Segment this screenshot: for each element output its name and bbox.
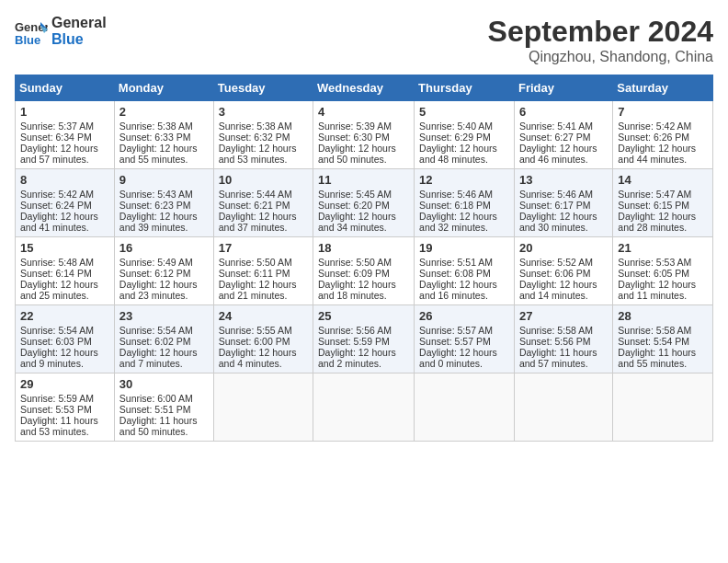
day-number: 12 — [419, 173, 509, 187]
daylight-hours: Daylight: 12 hours — [419, 347, 497, 358]
sunset-text: Sunset: 5:54 PM — [618, 336, 689, 347]
sunrise-text: Sunrise: 5:59 AM — [20, 393, 94, 404]
day-number: 30 — [119, 377, 209, 391]
calendar-header-row: Sunday Monday Tuesday Wednesday Thursday… — [16, 75, 713, 101]
day-number: 28 — [618, 309, 708, 323]
daylight-minutes: and 11 minutes. — [618, 290, 687, 301]
daylight-minutes: and 25 minutes. — [20, 290, 89, 301]
table-row: 14 Sunrise: 5:47 AM Sunset: 6:15 PM Dayl… — [613, 169, 713, 237]
daylight-hours: Daylight: 12 hours — [119, 279, 198, 290]
sunset-text: Sunset: 6:23 PM — [119, 200, 191, 211]
daylight-minutes: and 41 minutes. — [20, 222, 89, 233]
table-row: 16 Sunrise: 5:49 AM Sunset: 6:12 PM Dayl… — [114, 237, 213, 305]
daylight-minutes: and 9 minutes. — [20, 358, 84, 369]
sunrise-text: Sunrise: 5:50 AM — [318, 257, 392, 268]
daylight-hours: Daylight: 12 hours — [618, 143, 696, 154]
sunset-text: Sunset: 6:27 PM — [519, 132, 591, 143]
daylight-minutes: and 50 minutes. — [318, 154, 387, 165]
sunset-text: Sunset: 6:30 PM — [318, 132, 390, 143]
sunset-text: Sunset: 6:05 PM — [618, 268, 689, 279]
daylight-hours: Daylight: 12 hours — [519, 143, 597, 154]
table-row — [613, 373, 713, 442]
sunrise-text: Sunrise: 5:39 AM — [318, 121, 392, 132]
logo-text-blue: Blue — [51, 31, 107, 48]
sunset-text: Sunset: 6:32 PM — [219, 132, 290, 143]
sunrise-text: Sunrise: 5:49 AM — [119, 257, 193, 268]
sunrise-text: Sunrise: 5:44 AM — [219, 189, 292, 200]
daylight-minutes: and 57 minutes. — [519, 358, 588, 369]
daylight-minutes: and 32 minutes. — [419, 222, 488, 233]
day-number: 14 — [618, 173, 708, 187]
sunrise-text: Sunrise: 6:00 AM — [119, 393, 193, 404]
table-row: 19 Sunrise: 5:51 AM Sunset: 6:08 PM Dayl… — [415, 237, 515, 305]
sunset-text: Sunset: 6:34 PM — [20, 132, 92, 143]
sunset-text: Sunset: 5:53 PM — [20, 404, 92, 415]
table-row — [313, 373, 415, 442]
sunrise-text: Sunrise: 5:53 AM — [618, 257, 691, 268]
day-number: 19 — [419, 241, 509, 255]
day-number: 10 — [219, 173, 308, 187]
daylight-minutes: and 48 minutes. — [419, 154, 488, 165]
page-header: General Blue General Blue September 2024… — [15, 15, 713, 65]
table-row: 4 Sunrise: 5:39 AM Sunset: 6:30 PM Dayli… — [313, 101, 415, 169]
sunset-text: Sunset: 6:24 PM — [20, 200, 92, 211]
sunrise-text: Sunrise: 5:45 AM — [318, 189, 392, 200]
svg-text:Blue: Blue — [15, 33, 40, 47]
day-number: 26 — [419, 309, 509, 323]
table-row: 6 Sunrise: 5:41 AM Sunset: 6:27 PM Dayli… — [514, 101, 612, 169]
daylight-hours: Daylight: 12 hours — [119, 347, 198, 358]
day-number: 6 — [519, 105, 608, 119]
daylight-minutes: and 7 minutes. — [119, 358, 183, 369]
sunset-text: Sunset: 6:29 PM — [419, 132, 491, 143]
daylight-minutes: and 4 minutes. — [219, 358, 282, 369]
daylight-hours: Daylight: 12 hours — [20, 211, 98, 222]
col-sunday: Sunday — [16, 75, 115, 101]
sunset-text: Sunset: 6:14 PM — [20, 268, 92, 279]
table-row: 29 Sunrise: 5:59 AM Sunset: 5:53 PM Dayl… — [16, 373, 115, 442]
sunrise-text: Sunrise: 5:58 AM — [519, 325, 593, 336]
sunrise-text: Sunrise: 5:42 AM — [20, 189, 94, 200]
daylight-hours: Daylight: 12 hours — [519, 211, 597, 222]
daylight-hours: Daylight: 12 hours — [119, 211, 198, 222]
sunset-text: Sunset: 6:12 PM — [119, 268, 191, 279]
col-friday: Friday — [514, 75, 612, 101]
sunset-text: Sunset: 5:59 PM — [318, 336, 390, 347]
sunset-text: Sunset: 6:11 PM — [219, 268, 290, 279]
daylight-minutes: and 14 minutes. — [519, 290, 588, 301]
table-row: 15 Sunrise: 5:48 AM Sunset: 6:14 PM Dayl… — [16, 237, 115, 305]
sunrise-text: Sunrise: 5:57 AM — [419, 325, 493, 336]
calendar-week-row: 15 Sunrise: 5:48 AM Sunset: 6:14 PM Dayl… — [16, 237, 713, 305]
daylight-hours: Daylight: 12 hours — [119, 143, 198, 154]
month-title: September 2024 — [488, 15, 713, 49]
daylight-hours: Daylight: 12 hours — [419, 211, 497, 222]
sunset-text: Sunset: 5:56 PM — [519, 336, 591, 347]
table-row: 25 Sunrise: 5:56 AM Sunset: 5:59 PM Dayl… — [313, 305, 415, 373]
sunrise-text: Sunrise: 5:48 AM — [20, 257, 94, 268]
table-row: 28 Sunrise: 5:58 AM Sunset: 5:54 PM Dayl… — [613, 305, 713, 373]
day-number: 3 — [219, 105, 308, 119]
daylight-minutes: and 2 minutes. — [318, 358, 381, 369]
table-row: 20 Sunrise: 5:52 AM Sunset: 6:06 PM Dayl… — [514, 237, 612, 305]
col-thursday: Thursday — [415, 75, 515, 101]
daylight-minutes: and 23 minutes. — [119, 290, 188, 301]
day-number: 9 — [119, 173, 209, 187]
sunrise-text: Sunrise: 5:50 AM — [219, 257, 292, 268]
daylight-minutes: and 34 minutes. — [318, 222, 387, 233]
table-row: 18 Sunrise: 5:50 AM Sunset: 6:09 PM Dayl… — [313, 237, 415, 305]
sunset-text: Sunset: 6:15 PM — [618, 200, 689, 211]
daylight-minutes: and 57 minutes. — [20, 154, 89, 165]
day-number: 16 — [119, 241, 209, 255]
sunset-text: Sunset: 6:06 PM — [519, 268, 591, 279]
sunset-text: Sunset: 5:51 PM — [119, 404, 191, 415]
table-row: 2 Sunrise: 5:38 AM Sunset: 6:33 PM Dayli… — [114, 101, 213, 169]
daylight-minutes: and 55 minutes. — [618, 358, 687, 369]
sunrise-text: Sunrise: 5:43 AM — [119, 189, 193, 200]
day-number: 13 — [519, 173, 608, 187]
col-saturday: Saturday — [613, 75, 713, 101]
daylight-minutes: and 30 minutes. — [519, 222, 588, 233]
table-row — [514, 373, 612, 442]
day-number: 23 — [119, 309, 209, 323]
daylight-hours: Daylight: 12 hours — [219, 279, 297, 290]
day-number: 22 — [20, 309, 109, 323]
calendar-week-row: 22 Sunrise: 5:54 AM Sunset: 6:03 PM Dayl… — [16, 305, 713, 373]
